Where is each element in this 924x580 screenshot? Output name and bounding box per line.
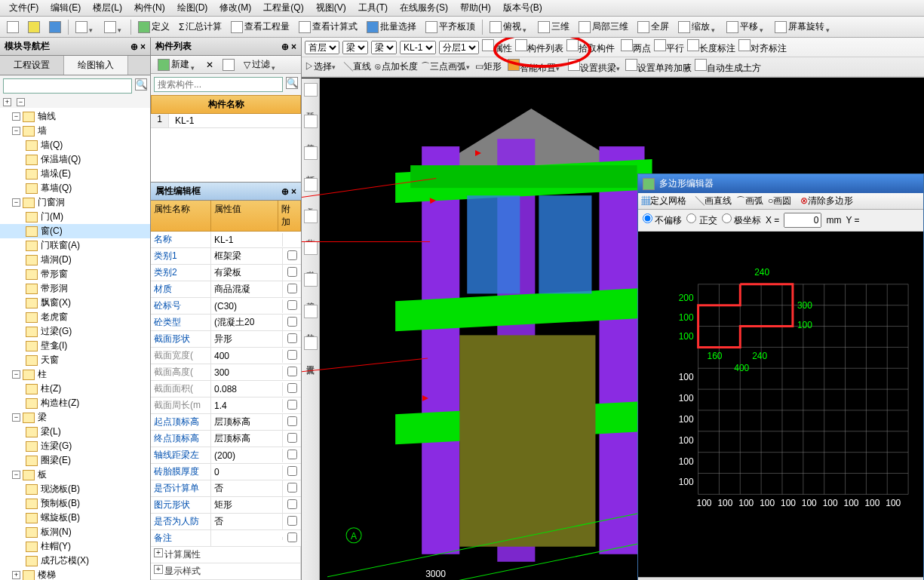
tree-item[interactable]: −墙 bbox=[0, 124, 150, 138]
open-icon[interactable] bbox=[24, 19, 44, 35]
property-row[interactable]: 是否为人防否 bbox=[151, 514, 301, 530]
component-search-input[interactable] bbox=[154, 77, 283, 92]
copy-icon[interactable] bbox=[219, 57, 238, 73]
tree-item[interactable]: 幕墙(Q) bbox=[0, 181, 150, 195]
collapse-all-icon[interactable]: − bbox=[17, 98, 25, 106]
nav-tree[interactable]: −轴线−墙墙(Q)保温墙(Q)墙垛(E)幕墙(Q)−门窗洞门(M)窗(C)门联窗… bbox=[0, 108, 150, 580]
smart-layout-button[interactable]: 智能布置 bbox=[508, 59, 562, 75]
pin-icon[interactable]: ⊕ × bbox=[130, 41, 146, 52]
menu-tools[interactable]: 工具(T) bbox=[352, 0, 394, 16]
tab-project-settings[interactable]: 工程设置 bbox=[0, 56, 64, 75]
property-row[interactable]: 砖胎膜厚度0 bbox=[151, 464, 301, 480]
property-row[interactable]: 图元形状矩形 bbox=[151, 497, 301, 514]
tree-item[interactable]: 带形洞 bbox=[0, 281, 150, 296]
property-row[interactable]: 终点顶标高层顶标高 bbox=[151, 431, 301, 447]
property-row[interactable]: 截面面积(0.088 bbox=[151, 381, 301, 397]
perspective-button[interactable]: 俯视 bbox=[486, 18, 533, 35]
property-row[interactable]: 轴线距梁左(200) bbox=[151, 447, 301, 464]
menu-online[interactable]: 在线服务(S) bbox=[394, 0, 454, 16]
pan-button[interactable]: 平移 bbox=[723, 18, 769, 35]
screen-rotate-button[interactable]: 屏幕旋转 bbox=[771, 18, 836, 35]
polygon-editor-window[interactable]: 多边形编辑器 ▦定义网格 ╲画直线 ⌒画弧 ○画圆 ⊗清除多边形 不偏移 正交 … bbox=[637, 173, 924, 580]
arc3-button[interactable]: ⌒三点画弧 bbox=[421, 60, 472, 73]
search-icon[interactable]: 🔍 bbox=[286, 77, 298, 89]
property-row[interactable]: 截面宽度(400 bbox=[151, 348, 301, 364]
menu-floor[interactable]: 楼层(L) bbox=[87, 0, 128, 16]
3d-button[interactable]: 三维 bbox=[534, 18, 573, 35]
property-row[interactable]: 名称KL-1 bbox=[151, 232, 301, 248]
menu-quantity[interactable]: 工程量(Q) bbox=[257, 0, 309, 16]
side-tool-icon[interactable] bbox=[304, 336, 318, 350]
define-button[interactable]: 定义 bbox=[134, 18, 173, 35]
menu-view[interactable]: 视图(V) bbox=[310, 0, 352, 16]
category-select[interactable]: 梁 bbox=[342, 41, 368, 54]
property-row[interactable]: 起点顶标高层顶标高 bbox=[151, 414, 301, 431]
name-select[interactable]: KL-1 bbox=[400, 41, 436, 54]
tree-item[interactable]: 连梁(G) bbox=[0, 439, 150, 453]
tree-item[interactable]: 现浇板(B) bbox=[0, 482, 150, 496]
menu-modify[interactable]: 修改(M) bbox=[213, 0, 257, 16]
polygon-editor-titlebar[interactable]: 多边形编辑器 bbox=[638, 174, 923, 193]
parallel-button[interactable]: 平行 bbox=[654, 39, 684, 55]
tree-item[interactable]: 柱帽(Y) bbox=[0, 539, 150, 554]
tree-item[interactable]: 门联窗(A) bbox=[0, 238, 150, 253]
tree-item[interactable]: −门窗洞 bbox=[0, 195, 150, 210]
tree-item[interactable]: 保温墙(Q) bbox=[0, 152, 150, 167]
sum-button[interactable]: Σ汇总计算 bbox=[175, 18, 226, 35]
component-row[interactable]: 1 KL-1 bbox=[151, 114, 301, 128]
draw-line-button[interactable]: ╲画直线 bbox=[695, 195, 732, 207]
3d-viewport[interactable]: 首层 梁 梁 KL-1 分层1 属性 构件列表 拾取构件 两点 平行 长度标注 … bbox=[302, 38, 924, 580]
draw-arc-button[interactable]: ⌒画弧 bbox=[736, 195, 763, 207]
tree-item[interactable]: −轴线 bbox=[0, 109, 150, 124]
tree-item[interactable]: 壁龛(I) bbox=[0, 339, 150, 353]
tab-draw-input[interactable]: 绘图输入 bbox=[64, 56, 128, 75]
property-row[interactable]: 类别1框架梁 bbox=[151, 248, 301, 265]
tree-item[interactable]: 构造柱(Z) bbox=[0, 396, 150, 410]
ortho-radio[interactable]: 正交 bbox=[686, 213, 717, 227]
tree-item[interactable]: 预制板(B) bbox=[0, 496, 150, 511]
draw-circle-button[interactable]: ○画圆 bbox=[768, 195, 791, 207]
rect-button[interactable]: ▭矩形 bbox=[475, 60, 502, 73]
menu-component[interactable]: 构件(N) bbox=[128, 0, 171, 16]
view-qty-button[interactable]: 查看工程量 bbox=[227, 18, 293, 35]
undo-icon[interactable] bbox=[72, 19, 99, 35]
tree-item[interactable]: 门(M) bbox=[0, 210, 150, 224]
auto-earth-button[interactable]: 自动生成土方 bbox=[695, 59, 761, 75]
tree-item[interactable]: 圈梁(E) bbox=[0, 453, 150, 468]
polygon-canvas[interactable]: 240 200 100 100 300 100 160 240 400 100 … bbox=[638, 232, 923, 577]
clear-polygon-button[interactable]: ⊗清除多边形 bbox=[800, 195, 853, 207]
menu-file[interactable]: 文件(F) bbox=[3, 0, 45, 16]
expand-all-icon[interactable]: + bbox=[3, 98, 11, 106]
property-row[interactable]: 截面周长(m1.4 bbox=[151, 397, 301, 414]
fullscreen-button[interactable]: 全屏 bbox=[634, 18, 673, 35]
tree-item[interactable]: 螺旋板(B) bbox=[0, 511, 150, 525]
property-group[interactable]: 显示样式 bbox=[151, 563, 301, 580]
menu-draw[interactable]: 绘图(D) bbox=[171, 0, 214, 16]
set-span-button[interactable]: 设置单跨加腋 bbox=[625, 59, 692, 75]
tree-item[interactable]: 过梁(G) bbox=[0, 324, 150, 339]
side-tool-icon[interactable] bbox=[304, 146, 318, 160]
tree-item[interactable]: 墙垛(E) bbox=[0, 167, 150, 181]
side-tool-icon[interactable] bbox=[304, 210, 318, 223]
dim-length-button[interactable]: 长度标注 bbox=[687, 39, 735, 55]
attr-button[interactable]: 属性 bbox=[482, 39, 512, 55]
floor-select[interactable]: 首层 bbox=[305, 41, 339, 54]
tree-item[interactable]: −板 bbox=[0, 468, 150, 482]
delete-icon[interactable]: ✕ bbox=[202, 57, 217, 72]
menu-version[interactable]: 版本号(B) bbox=[497, 0, 548, 16]
pick-comp-button[interactable]: 拾取构件 bbox=[566, 39, 615, 55]
property-row[interactable]: 截面形状异形 bbox=[151, 331, 301, 348]
view-formula-button[interactable]: 查看计算式 bbox=[295, 18, 361, 35]
two-point-button[interactable]: 两点 bbox=[621, 39, 651, 55]
tree-item[interactable]: 板洞(N) bbox=[0, 525, 150, 539]
menu-edit[interactable]: 编辑(E) bbox=[45, 0, 87, 16]
side-tool-icon[interactable] bbox=[304, 178, 318, 192]
tree-item[interactable]: 墙洞(D) bbox=[0, 253, 150, 267]
line-button[interactable]: ╲直线 bbox=[344, 60, 371, 73]
tree-item[interactable]: 带形窗 bbox=[0, 267, 150, 281]
ext-len-button[interactable]: ⊙点加长度 bbox=[374, 60, 418, 73]
new-component-button[interactable]: 新建 bbox=[154, 56, 201, 73]
side-tool-icon[interactable] bbox=[304, 241, 318, 255]
redo-icon[interactable] bbox=[100, 19, 127, 35]
property-group[interactable]: 计算属性 bbox=[151, 547, 301, 563]
